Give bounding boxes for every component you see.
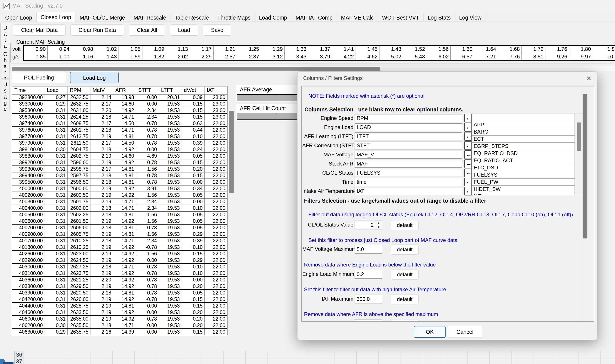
table-cell[interactable]: 0.05 (182, 153, 204, 159)
table-cell[interactable]: 2.19 (90, 185, 113, 192)
load-button[interactable]: Load (170, 24, 198, 36)
table-cell[interactable]: 403900.00 (12, 289, 45, 296)
table-cell[interactable]: 2601.50 (67, 218, 90, 224)
table-cell[interactable]: 399500.00 (12, 179, 45, 185)
maf-cell[interactable]: 1.29 (261, 46, 285, 53)
table-cell[interactable]: 0.10 (182, 133, 204, 140)
table-cell[interactable]: 0.31 (45, 237, 67, 244)
column-header-iat[interactable]: IAT (204, 86, 227, 94)
table-cell[interactable]: 23.00 (204, 107, 227, 114)
table-cell[interactable]: 2613.75 (67, 133, 90, 140)
table-cell[interactable]: 393000.00 (12, 101, 45, 107)
table-cell[interactable]: 0.44 (182, 127, 204, 133)
table-cell[interactable]: 19.53 (159, 146, 182, 153)
table-cell[interactable]: 0.31 (45, 224, 67, 231)
table-cell[interactable]: 0.05 (182, 289, 204, 296)
maf-cell[interactable]: 1.43 (95, 53, 119, 60)
maf-cell[interactable]: 4.62 (356, 53, 379, 60)
table-cell[interactable]: 19.53 (159, 250, 182, 257)
maf-cell[interactable]: 1.25 (237, 46, 261, 53)
table-cell[interactable]: 0.39 (182, 94, 204, 101)
table-cell[interactable]: 14.92 (113, 283, 136, 289)
table-cell[interactable]: 0.31 (45, 120, 67, 127)
table-cell[interactable]: 0.15 (182, 250, 204, 257)
table-cell[interactable]: 399300.00 (12, 166, 45, 172)
table-cell[interactable]: 22.00 (204, 322, 227, 329)
table-cell[interactable]: 2597.75 (67, 172, 90, 179)
table-cell[interactable]: 0.15 (182, 172, 204, 179)
table-cell[interactable]: 0.05 (182, 211, 204, 218)
table-cell[interactable]: 0.30 (45, 322, 67, 329)
table-cell[interactable]: 2623.75 (67, 270, 90, 276)
table-cell[interactable]: 14.81 (113, 224, 136, 231)
table-cell[interactable]: 14.81 (113, 166, 136, 172)
table-cell[interactable]: 22.00 (204, 153, 227, 159)
table-cell[interactable]: 14.81 (113, 179, 136, 185)
table-cell[interactable]: 0.78 (136, 140, 159, 146)
grid-row-header-37[interactable]: 37 (14, 358, 24, 364)
maf-cell[interactable]: 2.87 (237, 53, 261, 60)
table-cell[interactable]: 14.92 (113, 309, 136, 316)
table-cell[interactable]: 397600.00 (12, 127, 45, 133)
table-cell[interactable]: 0.15 (182, 107, 204, 114)
table-cell[interactable]: 2632.50 (67, 94, 90, 101)
table-cell[interactable]: 2.19 (90, 218, 113, 224)
table-cell[interactable]: 2621.25 (67, 276, 90, 283)
table-cell[interactable]: 399200.00 (12, 159, 45, 166)
table-cell[interactable]: 2596.00 (67, 159, 90, 166)
save-button[interactable]: Save (203, 24, 231, 36)
table-cell[interactable]: 19.53 (159, 179, 182, 185)
table-cell[interactable]: 19.53 (159, 140, 182, 146)
table-cell[interactable]: 19.53 (159, 244, 182, 250)
table-cell[interactable]: 2602.25 (67, 211, 90, 218)
table-cell[interactable]: 398100.00 (12, 146, 45, 153)
table-cell[interactable]: 14.71 (113, 263, 136, 270)
table-cell[interactable]: 22.00 (204, 296, 227, 302)
table-cell[interactable]: 20.31 (159, 94, 182, 101)
table-cell[interactable]: 404200.00 (12, 296, 45, 302)
table-cell[interactable]: 2.18 (90, 289, 113, 296)
grid-row-header-36[interactable]: 36 (14, 351, 24, 358)
tab-load-comp[interactable]: Load Comp (255, 13, 291, 22)
table-cell[interactable]: 400700.00 (12, 224, 45, 231)
table-cell[interactable]: 4.69 (136, 153, 159, 159)
table-cell[interactable]: 0.31 (45, 276, 67, 283)
table-cell[interactable]: 0.15 (182, 114, 204, 120)
table-cell[interactable]: 14.92 (113, 218, 136, 224)
table-cell[interactable]: 2.18 (90, 322, 113, 329)
table-cell[interactable]: 0.00 (136, 329, 159, 335)
table-cell[interactable]: 2596.50 (67, 179, 90, 185)
table-cell[interactable]: 0.31 (45, 263, 67, 270)
table-cell[interactable]: 2.17 (90, 101, 113, 107)
table-cell[interactable]: 0.20 (182, 309, 204, 316)
table-cell[interactable]: 14.81 (113, 231, 136, 237)
maf-cell[interactable]: 1.09 (142, 46, 166, 53)
maf-cell[interactable]: 6.57 (451, 53, 474, 60)
table-cell[interactable]: 0.20 (182, 316, 204, 322)
table-cell[interactable]: 2602.75 (67, 153, 90, 159)
table-cell[interactable]: 14.92 (113, 244, 136, 250)
table-cell[interactable]: 14.71 (113, 322, 136, 329)
maf-horizontal-scrollbar-track[interactable] (11, 66, 615, 71)
table-cell[interactable]: 396000.00 (12, 114, 45, 120)
table-cell[interactable]: 0.31 (45, 316, 67, 322)
table-cell[interactable]: 14.81 (113, 133, 136, 140)
maf-cell[interactable]: 1.59 (119, 53, 142, 60)
table-cell[interactable]: 0.39 (182, 237, 204, 244)
cancel-button[interactable]: Cancel (447, 326, 483, 338)
table-cell[interactable]: 403600.00 (12, 276, 45, 283)
table-cell[interactable]: 19.53 (159, 302, 182, 309)
table-cell[interactable]: 2.19 (90, 270, 113, 276)
table-cell[interactable]: 2.17 (90, 166, 113, 172)
maf-cell[interactable]: 10. (593, 53, 615, 60)
table-cell[interactable]: 0.31 (45, 192, 67, 198)
table-cell[interactable]: 2.19 (90, 302, 113, 309)
list-item-iat[interactable]: IAT (472, 193, 575, 195)
table-cell[interactable]: 22.00 (204, 250, 227, 257)
field-input-maf-voltage[interactable]: MAF_V (355, 151, 462, 158)
table-cell[interactable]: 403000.00 (12, 263, 45, 270)
table-cell[interactable]: 0.10 (182, 205, 204, 211)
table-cell[interactable]: 2.19 (90, 198, 113, 205)
column-header-afr[interactable]: AFR (113, 86, 136, 94)
maf-cell[interactable]: 5.48 (403, 53, 427, 60)
